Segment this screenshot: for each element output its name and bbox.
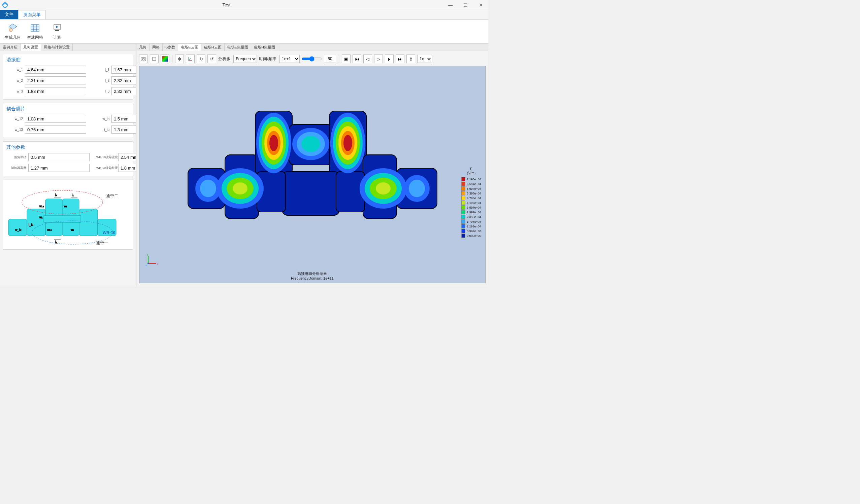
compute-icon (52, 23, 63, 33)
lbl-w3: w_3 (6, 89, 25, 93)
input-w3[interactable] (25, 87, 86, 95)
svg-rect-3 (31, 25, 39, 31)
input-w13[interactable] (25, 125, 86, 134)
legend-value: 1.199e+04 (467, 225, 481, 228)
svg-rect-19 (44, 216, 81, 222)
subtab-geom-settings[interactable]: 几何设置 (20, 44, 41, 51)
legend-swatch (461, 234, 465, 238)
legend-title-1: E (461, 167, 481, 171)
close-button[interactable]: ✕ (473, 0, 488, 10)
input-tio[interactable] (112, 125, 136, 134)
subtab-case-intro[interactable]: 案例介绍 (0, 44, 20, 51)
gen-geom-label: 生成几何 (5, 35, 21, 40)
step-select[interactable]: Frequency (233, 55, 257, 63)
colormap-icon[interactable] (161, 55, 169, 63)
ribbon-tabs: 文件 页面菜单 (0, 10, 488, 19)
svg-point-77 (376, 182, 391, 194)
rtab-mesh[interactable]: 网格 (149, 44, 163, 51)
svg-point-66 (343, 135, 352, 151)
legend-row: 5.994e+03 (461, 229, 481, 233)
maximize-button[interactable]: ☐ (458, 0, 473, 10)
rtab-sparam[interactable]: S参数 (163, 44, 178, 51)
legend-row: 1.798e+04 (461, 219, 481, 224)
rtab-geom[interactable]: 几何 (137, 44, 149, 51)
rotate-icon[interactable]: ↻ (197, 55, 205, 63)
legend-value: 5.994e+03 (467, 229, 481, 233)
compute-button[interactable]: 计算 (47, 21, 67, 42)
last-icon[interactable]: ⏭ (396, 55, 404, 63)
svg-rect-52 (282, 172, 340, 215)
legend-value: 0.000e+00 (467, 234, 481, 238)
rotate2-icon[interactable]: ↺ (207, 55, 216, 63)
svg-text:通带二: 通带二 (106, 193, 118, 198)
gen-mesh-button[interactable]: 生成网格 (25, 21, 45, 42)
rtab-efield-cloud[interactable]: 电场E云图 (178, 44, 201, 51)
rtab-efield-vector[interactable]: 电场E矢量图 (225, 44, 251, 51)
ribbon: 生成几何 生成网格 计算 (0, 19, 488, 44)
frame-value[interactable] (324, 55, 336, 63)
lbl-l2: l_2 (93, 79, 112, 83)
input-w1[interactable] (25, 65, 86, 74)
legend-row: 1.199e+04 (461, 224, 481, 228)
axis-gizmo: y x z (145, 253, 159, 266)
input-wr10w[interactable] (118, 153, 136, 161)
group-resonator-title: 谐振腔 (6, 57, 130, 63)
export-icon[interactable]: ⇪ (406, 55, 415, 63)
rtab-hfield-vector[interactable]: 磁场H矢量图 (251, 44, 278, 51)
legend-row: 3.597e+04 (461, 205, 481, 210)
gen-mesh-label: 生成网格 (27, 35, 43, 40)
fit-icon[interactable]: ✥ (175, 55, 184, 63)
group-other-title: 其他参数 (6, 144, 130, 150)
tab-file[interactable]: 文件 (0, 10, 18, 19)
right-subtabs: 几何 网格 S参数 电场E云图 磁场H云图 电场E矢量图 磁场H矢量图 (137, 44, 488, 51)
legend-swatch (461, 187, 465, 191)
viewport-3d[interactable]: y x z 高频电磁分析结果 FrequencyDomain: 1e+11 E … (139, 66, 486, 283)
first-icon[interactable]: ⏮ (353, 55, 361, 63)
svg-text:w_io: w_io (15, 228, 22, 232)
svg-text:l₃: l₃ (55, 193, 57, 197)
time-select[interactable]: 1e+1 (280, 55, 300, 63)
rtab-hfield-cloud[interactable]: 磁场H云图 (201, 44, 225, 51)
speed-select[interactable]: 1x (417, 55, 432, 63)
svg-rect-41 (162, 56, 168, 62)
next-icon[interactable]: ⏵ (385, 55, 393, 63)
legend-value: 5.395e+04 (467, 192, 481, 195)
caption-line2: FrequencyDomain: 1e+11 (291, 276, 334, 280)
left-subtabs: 案例介绍 几何设置 网格与计算设置 (0, 44, 136, 51)
minimize-button[interactable]: — (443, 0, 458, 10)
legend-swatch (461, 177, 465, 181)
svg-point-86 (147, 263, 149, 264)
tab-page-menu[interactable]: 页面菜单 (18, 10, 46, 19)
legend-value: 7.193e+04 (467, 178, 481, 181)
group-resonator: 谐振腔 w_1 l_1 w_2 l_2 w_3 l_3 (3, 54, 133, 100)
input-w12[interactable] (25, 115, 86, 123)
legend-swatch (461, 214, 465, 219)
legend-swatch (461, 201, 465, 205)
caption-line1: 高频电磁分析结果 (291, 271, 334, 276)
lbl-w1: w_1 (6, 68, 25, 72)
camera-icon[interactable] (139, 55, 148, 63)
record-icon[interactable]: ▣ (342, 55, 350, 63)
input-l3[interactable] (112, 87, 136, 95)
group-coupling-title: 耦合膜片 (6, 106, 130, 112)
input-filth[interactable] (28, 164, 89, 172)
subtab-mesh-compute[interactable]: 网格与计算设置 (41, 44, 73, 51)
svg-rect-11 (9, 219, 27, 236)
input-l1[interactable] (112, 65, 136, 74)
gen-geom-button[interactable]: 生成几何 (3, 21, 23, 42)
axes-icon[interactable] (186, 55, 195, 63)
frame-slider[interactable] (302, 56, 322, 62)
cube-icon[interactable] (150, 55, 159, 63)
play-icon[interactable]: ▷ (374, 55, 383, 63)
input-l2[interactable] (112, 76, 136, 85)
input-w2[interactable] (25, 76, 86, 85)
input-wio[interactable] (112, 115, 136, 123)
input-fillet[interactable] (28, 153, 89, 161)
prev-icon[interactable]: ◁ (363, 55, 372, 63)
svg-rect-40 (153, 57, 156, 61)
group-coupling: 耦合膜片 w_12 w_io w_13 t_io (3, 103, 133, 138)
svg-text:l₂: l₂ (55, 240, 57, 244)
svg-text:w₁₂: w₁₂ (47, 228, 52, 232)
legend-row: 5.395e+04 (461, 191, 481, 195)
input-wr10l[interactable] (118, 164, 136, 172)
